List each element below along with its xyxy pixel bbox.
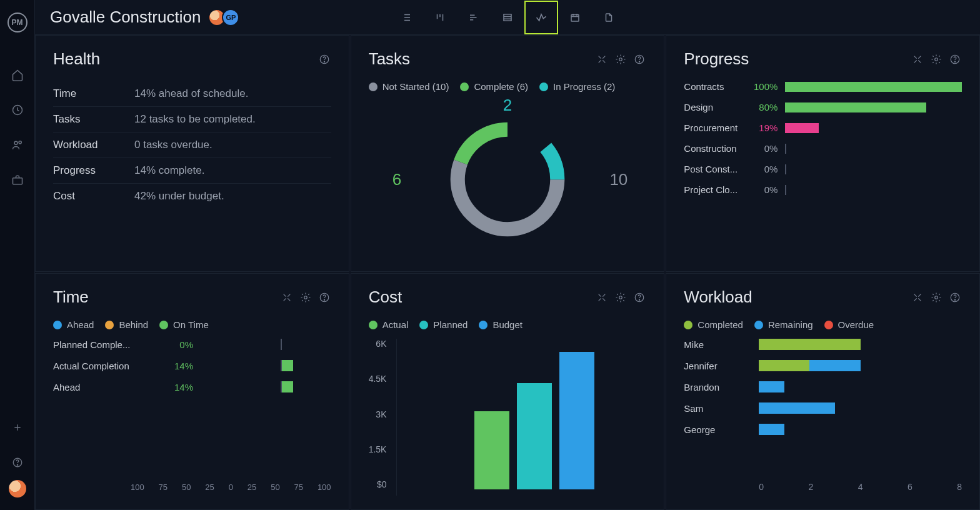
health-value: 14% complete.: [134, 164, 204, 177]
svg-point-9: [324, 61, 324, 62]
legend-item: Actual: [369, 319, 409, 330]
progress-row: Construction0%: [684, 143, 962, 154]
legend-item: Complete (6): [460, 81, 528, 92]
legend-item: Overdue: [824, 319, 874, 330]
cost-bar: [474, 411, 509, 489]
panel-title: Tasks: [369, 49, 591, 69]
cost-bar: [559, 352, 594, 489]
legend-item: Ahead: [53, 319, 94, 330]
legend-item: On Time: [159, 319, 209, 330]
workload-row: Sam: [684, 402, 962, 414]
workload-row: Brandon: [684, 381, 962, 392]
time-row: Actual Completion14%: [53, 360, 331, 371]
svg-point-21: [324, 299, 324, 300]
sidebar: PM: [0, 0, 35, 510]
project-title: Govalle Construction: [50, 8, 201, 27]
briefcase-icon[interactable]: [10, 172, 25, 188]
svg-point-27: [954, 299, 955, 300]
gear-icon[interactable]: [614, 52, 628, 66]
svg-point-10: [619, 58, 622, 61]
expand-icon[interactable]: [911, 52, 924, 66]
health-row: Progress14% complete.: [53, 158, 331, 184]
user-avatar[interactable]: [9, 480, 26, 498]
health-label: Cost: [53, 190, 134, 202]
clock-icon[interactable]: [10, 102, 25, 118]
expand-icon[interactable]: [280, 291, 294, 304]
legend-item: In Progress (2): [539, 81, 615, 92]
member-avatars[interactable]: GP: [212, 9, 239, 26]
help-icon[interactable]: [10, 455, 25, 470]
panel-progress: Progress Contracts100%Design80%Procureme…: [666, 35, 980, 272]
users-icon[interactable]: [10, 138, 25, 152]
panel-workload: Workload CompletedRemainingOverdue MikeJ…: [666, 273, 980, 510]
tasks-in-progress-count: 2: [503, 96, 512, 115]
help-icon[interactable]: [632, 52, 646, 66]
panel-title: Progress: [684, 49, 906, 69]
progress-row: Post Const...0%: [684, 164, 962, 174]
time-row: Planned Comple...0%: [53, 339, 331, 350]
panel-title: Health: [53, 49, 312, 69]
svg-rect-6: [504, 14, 511, 21]
help-icon[interactable]: [318, 291, 331, 304]
svg-point-1: [14, 141, 18, 144]
legend-item: Remaining: [754, 319, 813, 330]
view-calendar-icon[interactable]: [558, 1, 592, 34]
workload-row: Mike: [684, 339, 962, 350]
svg-point-16: [935, 58, 938, 61]
health-value: 42% under budget.: [134, 190, 224, 202]
health-label: Progress: [53, 164, 134, 177]
view-sheet-icon[interactable]: [491, 1, 524, 34]
gear-icon[interactable]: [299, 291, 312, 304]
add-icon[interactable]: [10, 420, 25, 435]
panel-cost: Cost ActualPlannedBudget 6K4.5K3K1.5K$0: [351, 273, 665, 510]
expand-icon[interactable]: [595, 291, 609, 304]
health-value: 0 tasks overdue.: [134, 139, 212, 151]
expand-icon[interactable]: [595, 52, 609, 66]
view-files-icon[interactable]: [592, 1, 626, 34]
view-board-icon[interactable]: [423, 1, 457, 34]
view-gantt-icon[interactable]: [457, 1, 491, 34]
svg-point-5: [17, 464, 18, 465]
panel-tasks: Tasks Not Started (10)Complete (6)In Pro…: [351, 35, 665, 272]
svg-point-12: [639, 61, 640, 62]
progress-row: Project Clo...0%: [684, 184, 962, 195]
svg-point-24: [639, 299, 640, 300]
gear-icon[interactable]: [929, 52, 943, 66]
help-icon[interactable]: [948, 52, 962, 66]
help-icon[interactable]: [318, 52, 331, 66]
tasks-donut-chart: [442, 114, 573, 245]
panel-title: Time: [53, 288, 275, 307]
health-label: Tasks: [53, 113, 134, 126]
tasks-not-started-count: 10: [609, 169, 628, 189]
expand-icon[interactable]: [911, 291, 924, 304]
svg-rect-3: [12, 178, 22, 184]
view-dashboard-icon[interactable]: [524, 1, 558, 34]
panel-time: Time AheadBehindOn Time Planned Comple..…: [35, 273, 349, 510]
help-icon[interactable]: [948, 291, 962, 304]
health-row: Time14% ahead of schedule.: [53, 81, 331, 107]
gear-icon[interactable]: [614, 291, 628, 304]
gear-icon[interactable]: [929, 291, 943, 304]
time-row: Ahead14%: [53, 381, 331, 392]
progress-row: Design80%: [684, 102, 962, 112]
cost-bar-chart: [396, 339, 646, 496]
svg-point-19: [304, 296, 307, 299]
app-logo[interactable]: PM: [8, 12, 28, 32]
svg-point-25: [935, 296, 938, 299]
panel-health: Health Time14% ahead of schedule.Tasks12…: [35, 35, 349, 272]
svg-point-2: [19, 141, 21, 144]
cost-bar: [517, 383, 552, 490]
svg-rect-7: [571, 14, 579, 21]
workload-row: George: [684, 424, 962, 435]
view-list-icon[interactable]: [389, 1, 423, 34]
legend-item: Planned: [419, 319, 468, 330]
health-label: Time: [53, 88, 134, 100]
health-value: 12 tasks to be completed.: [134, 113, 256, 126]
help-icon[interactable]: [632, 291, 646, 304]
progress-row: Contracts100%: [684, 81, 962, 92]
legend-item: Not Started (10): [369, 81, 449, 92]
topbar: Govalle Construction GP: [35, 0, 980, 35]
svg-point-22: [619, 296, 622, 299]
progress-row: Procurement19%: [684, 122, 962, 133]
home-icon[interactable]: [10, 68, 25, 82]
